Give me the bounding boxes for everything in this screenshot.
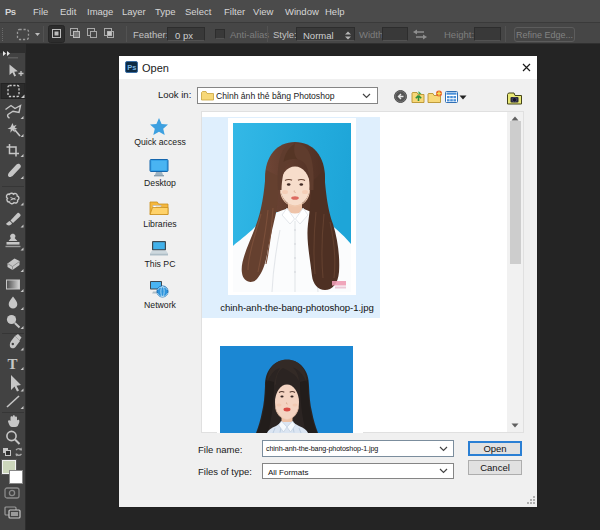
svg-text:Ps: Ps [127,63,136,72]
svg-text:T: T [8,356,18,372]
